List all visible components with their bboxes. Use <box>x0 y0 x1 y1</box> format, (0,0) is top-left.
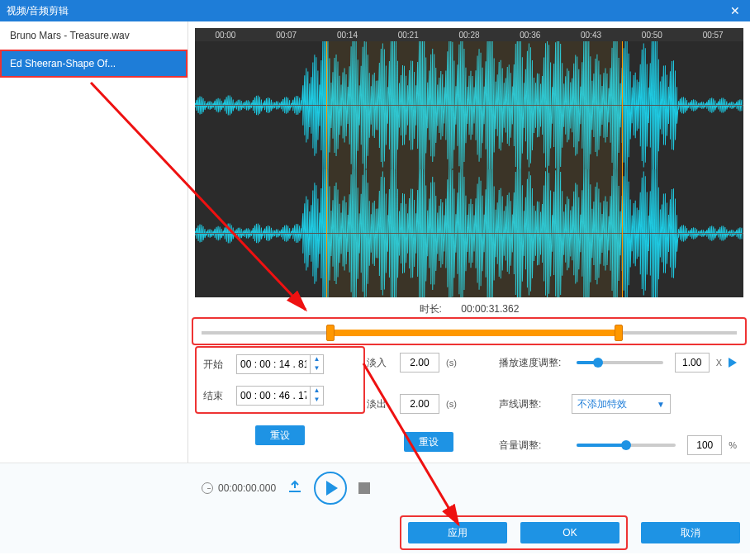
export-icon[interactable] <box>287 480 302 496</box>
player-bar: 00:00:00.000 <box>0 463 750 512</box>
playback-time: 00:00:00.000 <box>202 482 276 494</box>
close-icon[interactable]: ✕ <box>727 4 743 17</box>
selection-overlay <box>326 41 623 297</box>
play-button[interactable] <box>314 472 347 505</box>
voice-label: 声线调整: <box>499 397 565 411</box>
start-time-input[interactable]: ▲▼ <box>236 354 324 374</box>
speed-label: 播放速度调整: <box>499 356 565 370</box>
spin-down-icon[interactable]: ▼ <box>311 364 323 373</box>
reset-button-left[interactable]: 重设 <box>255 425 305 445</box>
duration-label: 时长: <box>420 303 442 315</box>
window-title: 视频/音频剪辑 <box>7 4 727 18</box>
play-icon <box>326 481 338 496</box>
spin-down-icon[interactable]: ▼ <box>311 396 323 405</box>
spin-up-icon[interactable]: ▲ <box>311 355 323 364</box>
end-time-input[interactable]: ▲▼ <box>236 386 324 406</box>
speed-slider[interactable] <box>577 361 663 364</box>
stop-button[interactable] <box>358 482 370 494</box>
range-handle-end[interactable] <box>615 325 623 341</box>
spin-up-icon[interactable]: ▲ <box>311 387 323 396</box>
fadeout-label: 淡出 <box>367 397 393 411</box>
apply-ok-highlight: 应用 OK <box>400 515 628 550</box>
ok-button[interactable]: OK <box>520 522 619 543</box>
duration-row: 时长: 00:00:31.362 <box>195 297 743 321</box>
range-handle-start[interactable] <box>326 325 335 341</box>
range-slider[interactable] <box>202 321 737 344</box>
reset-button-mid[interactable]: 重设 <box>404 432 453 452</box>
play-preview-icon[interactable] <box>729 358 737 368</box>
title-bar: 视频/音频剪辑 ✕ <box>0 0 750 21</box>
cancel-button[interactable]: 取消 <box>641 522 740 543</box>
fadeout-input[interactable] <box>400 394 439 414</box>
volume-slider[interactable] <box>577 444 676 447</box>
start-end-highlight: 开始 ▲▼ 结束 ▲▼ <box>195 346 365 414</box>
waveform-display[interactable] <box>195 41 743 297</box>
duration-value: 00:00:31.362 <box>461 303 519 315</box>
fadein-label: 淡入 <box>367 356 393 370</box>
start-label: 开始 <box>203 358 230 372</box>
volume-value[interactable] <box>687 435 722 455</box>
chevron-down-icon: ▼ <box>657 400 665 409</box>
fadein-input[interactable] <box>400 353 439 373</box>
apply-button[interactable]: 应用 <box>408 522 507 543</box>
timeline-ruler: 00:0000:0700:1400:2100:2800:3600:4300:50… <box>195 28 743 41</box>
voice-select[interactable]: 不添加特效 ▼ <box>572 394 671 414</box>
clock-icon <box>202 482 213 494</box>
dialog-buttons: 应用 OK 取消 <box>0 512 750 553</box>
file-item[interactable]: Bruno Mars - Treasure.wav <box>0 21 188 50</box>
file-item-active[interactable]: Ed Sheeran-Shape Of... <box>0 50 188 78</box>
speed-value[interactable] <box>675 353 710 373</box>
file-list: Bruno Mars - Treasure.wav Ed Sheeran-Sha… <box>0 21 188 463</box>
end-label: 结束 <box>203 389 230 403</box>
volume-label: 音量调整: <box>499 439 565 453</box>
